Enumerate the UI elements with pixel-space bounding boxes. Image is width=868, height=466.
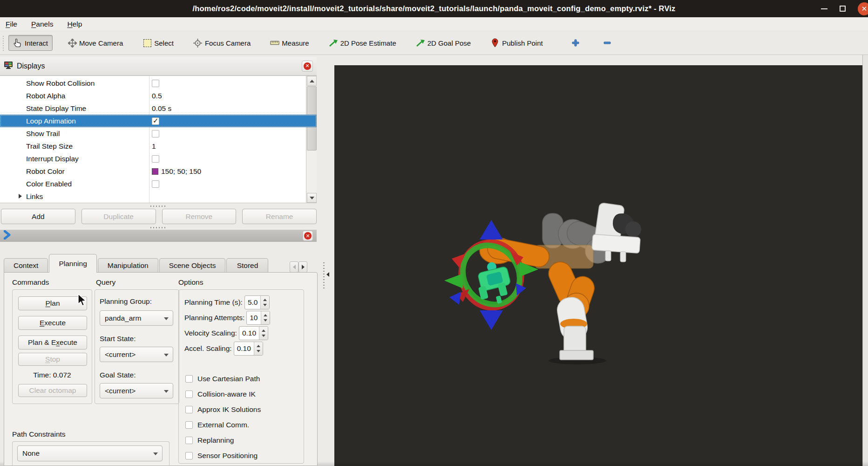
panel-collapse-handle[interactable]	[323, 259, 333, 290]
tab-stored[interactable]: Stored	[226, 258, 268, 273]
property-row-robot-alpha[interactable]: Robot Alpha 0.5	[0, 89, 306, 102]
robot-color-value[interactable]: 150; 50; 150	[161, 167, 201, 176]
goal-state-select[interactable]: <current>	[100, 383, 173, 398]
external-comm-option[interactable]: External Comm.	[185, 421, 249, 429]
tool-interact[interactable]: Interact	[8, 35, 53, 51]
tab-planning[interactable]: Planning	[49, 254, 96, 273]
show-robot-collision-checkbox[interactable]	[152, 80, 159, 87]
property-row-show-robot-collision[interactable]: Show Robot Collision	[0, 77, 306, 89]
path-constraints-select[interactable]: None	[17, 445, 163, 461]
rename-button[interactable]: Rename	[242, 209, 317, 224]
tool-2d-pose-estimate[interactable]: 2D Pose Estimate	[324, 35, 401, 51]
color-enabled-checkbox[interactable]	[152, 180, 159, 188]
sensor-positioning-checkbox[interactable]	[185, 452, 193, 459]
replanning-checkbox[interactable]	[185, 437, 193, 444]
maximize-button[interactable]	[840, 6, 846, 12]
spinner-buttons[interactable]	[259, 327, 268, 340]
plan-button[interactable]: Plan	[18, 296, 87, 310]
replanning-option[interactable]: Replanning	[185, 436, 234, 445]
velocity-scaling-spinbox[interactable]: 0.10	[239, 326, 268, 340]
property-row-links[interactable]: Links	[0, 190, 306, 203]
property-row-show-trail[interactable]: Show Trail	[0, 127, 306, 140]
property-row-robot-color[interactable]: Robot Color 150; 50; 150	[0, 165, 306, 178]
displays-icon	[4, 61, 13, 71]
spinner-buttons[interactable]	[254, 342, 263, 355]
robot-color-swatch[interactable]	[152, 168, 158, 175]
start-state-select[interactable]: <current>	[100, 347, 173, 362]
external-comm-checkbox[interactable]	[185, 421, 193, 429]
menu-item-panels[interactable]: Panels	[31, 20, 53, 28]
property-row-loop-animation[interactable]: Loop Animation	[0, 115, 317, 127]
panel-resize-handle[interactable]	[150, 227, 166, 228]
displays-close-button[interactable]: ✕	[302, 61, 313, 72]
state-display-time-value[interactable]: 0.05 s	[152, 104, 171, 113]
displays-panel-header: Displays ✕	[0, 57, 317, 75]
property-row-trail-step-size[interactable]: Trail Step Size 1	[0, 140, 306, 152]
show-trail-checkbox[interactable]	[152, 130, 159, 137]
displays-buttons: Add Duplicate Remove Rename	[1, 209, 317, 224]
expand-arrow-icon[interactable]	[19, 194, 22, 199]
menu-item-help[interactable]: Help	[67, 20, 82, 28]
velocity-scaling-label: Velocity Scaling:	[184, 329, 237, 337]
add-tool-button[interactable]	[566, 35, 585, 51]
start-state-label: Start State:	[100, 335, 136, 343]
trail-step-size-value[interactable]: 1	[152, 142, 156, 151]
tab-scene-objects[interactable]: Scene Objects	[159, 258, 226, 273]
stop-button[interactable]: Stop	[18, 353, 87, 366]
tab-scroll-right-button[interactable]	[298, 261, 307, 273]
accel-scaling-label: Accel. Scaling:	[184, 344, 232, 353]
planning-time-spinbox[interactable]: 5.0	[244, 295, 270, 309]
3d-viewport[interactable]	[334, 65, 862, 466]
tab-context[interactable]: Context	[4, 258, 48, 273]
execute-button[interactable]: Execute	[18, 316, 87, 330]
motion-planning-icon	[4, 230, 11, 241]
minimize-button[interactable]	[821, 8, 827, 9]
approx-ik-solutions-checkbox[interactable]	[185, 406, 193, 413]
use-cartesian-path-checkbox[interactable]	[185, 375, 193, 383]
interrupt-display-checkbox[interactable]	[152, 155, 159, 163]
use-cartesian-path-option[interactable]: Use Cartesian Path	[185, 375, 260, 383]
mouse-cursor	[77, 294, 87, 308]
approx-ik-solutions-option[interactable]: Approx IK Solutions	[185, 405, 261, 414]
tab-scroll-left-button[interactable]	[290, 261, 298, 273]
planning-attempts-spinbox[interactable]: 10	[246, 311, 270, 325]
property-row-state-display-time[interactable]: State Display Time 0.05 s	[0, 102, 306, 115]
planning-group-select[interactable]: panda_arm	[100, 310, 173, 326]
spinner-buttons[interactable]	[260, 296, 269, 309]
green-arrow-icon	[416, 38, 425, 48]
duplicate-button[interactable]: Duplicate	[81, 209, 156, 224]
query-section-label: Query	[96, 278, 115, 287]
spinner-buttons[interactable]	[261, 311, 270, 324]
tab-manipulation[interactable]: Manipulation	[98, 258, 158, 273]
plan-and-execute-button[interactable]: Plan & Execute	[18, 336, 87, 350]
clear-octomap-button[interactable]: Clear octomap	[18, 384, 87, 397]
displays-scrollbar[interactable]	[306, 76, 317, 203]
planning-attempts-label: Planning Attempts:	[184, 314, 244, 322]
robot-alpha-value[interactable]: 0.5	[152, 92, 162, 100]
collision-aware-ik-option[interactable]: Collision-aware IK	[185, 390, 256, 398]
sensor-positioning-option[interactable]: Sensor Positioning	[185, 452, 258, 460]
remove-button[interactable]: Remove	[162, 209, 237, 224]
toolbar-drag-handle[interactable]	[2, 35, 6, 51]
close-button[interactable]: ✕	[858, 2, 868, 15]
tool-2d-goal-pose[interactable]: 2D Goal Pose	[411, 35, 475, 51]
collision-aware-ik-checkbox[interactable]	[185, 391, 193, 398]
options-group: Planning Time (s): 5.0 Planning Attempts…	[178, 289, 304, 464]
accel-scaling-spinbox[interactable]: 0.10	[234, 342, 263, 356]
scroll-down-button[interactable]	[307, 193, 317, 203]
tool-publish-point[interactable]: Publish Point	[486, 35, 548, 51]
scroll-up-button[interactable]	[307, 76, 317, 86]
tool-move-camera[interactable]: Move Camera	[63, 35, 128, 51]
menu-item-file[interactable]: File	[6, 20, 17, 28]
remove-tool-button[interactable]	[598, 35, 617, 51]
tool-focus-camera[interactable]: Focus Camera	[189, 35, 255, 51]
panel-resize-handle[interactable]	[150, 206, 166, 207]
tool-measure[interactable]: Measure	[265, 35, 313, 51]
tool-select[interactable]: Select	[138, 35, 178, 51]
property-row-color-enabled[interactable]: Color Enabled	[0, 178, 306, 190]
motion-planning-close-button[interactable]: ✕	[303, 231, 313, 241]
property-row-interrupt-display[interactable]: Interrupt Display	[0, 152, 306, 165]
plus-icon	[571, 38, 580, 48]
loop-animation-checkbox[interactable]	[152, 117, 159, 125]
add-button[interactable]: Add	[1, 209, 75, 224]
